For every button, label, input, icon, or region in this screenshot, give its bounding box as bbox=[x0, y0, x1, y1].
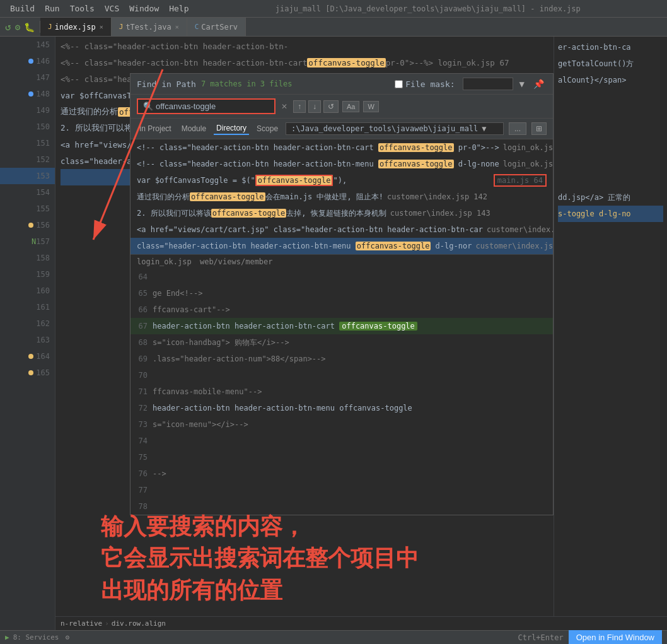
line-152: 152 bbox=[0, 151, 55, 168]
code-preview-line-75: 75 bbox=[130, 449, 553, 465]
preview-code-71: ffcanvas-mobile-menu"--> bbox=[153, 387, 262, 396]
preview-code-65: ge End<!--> bbox=[153, 289, 202, 298]
tab-label: tTest.java bbox=[125, 23, 171, 32]
code-preview-line-69: 69 .lass="header-action-num">88</span>--… bbox=[130, 351, 553, 367]
gear-settings-icon[interactable]: ⚙ bbox=[65, 633, 69, 641]
right-line-2: getTotalCount()方 bbox=[558, 56, 663, 72]
preview-linenum-73: 73 bbox=[130, 420, 153, 429]
menu-help[interactable]: Help bbox=[164, 3, 194, 15]
result-2-text: <!-- class="header-action-btn header-act… bbox=[137, 160, 499, 168]
file-mask-input[interactable] bbox=[463, 78, 513, 90]
line-145: 145 bbox=[0, 37, 55, 53]
preview-linenum-70: 70 bbox=[130, 371, 153, 380]
preview-code-67: header-action-btn header-action-btn-cart… bbox=[153, 322, 417, 331]
bg-line-146: <%-- class="header-action-btn header-act… bbox=[61, 54, 554, 71]
refresh-button[interactable]: ↺ bbox=[323, 100, 339, 113]
result-row-1[interactable]: <!-- class="header-action-btn header-act… bbox=[130, 139, 553, 156]
cartserv-icon: C bbox=[195, 23, 199, 31]
menubar: Build Run Tools VCS Window Help jiaju_ma… bbox=[0, 0, 667, 18]
tab-index-jsp[interactable]: J index.jsp ✕ bbox=[40, 18, 112, 37]
filter-icon[interactable]: ▼ bbox=[517, 78, 527, 90]
find-panel-header: Find in Path 7 matches in 3 files File m… bbox=[130, 74, 553, 95]
result-row-7[interactable]: class="header-action-btn header-action-b… bbox=[130, 238, 553, 254]
menu-build[interactable]: Build bbox=[5, 3, 40, 15]
line-161: 161 bbox=[0, 299, 55, 315]
right-line-4: dd.jsp</a> 正常的 bbox=[558, 189, 663, 206]
line-146: 146 bbox=[0, 53, 55, 69]
preview-linenum-69: 69 bbox=[130, 354, 153, 363]
result-row-4[interactable]: 通过我们的分析offcanvas-toggle会在main.js 中做处理, 阻… bbox=[130, 189, 553, 205]
breadcrumb-bar: n-relative › div.row.align bbox=[55, 616, 667, 630]
menu-window[interactable]: Window bbox=[124, 3, 164, 15]
menu-run[interactable]: Run bbox=[40, 3, 64, 15]
menu-tools[interactable]: Tools bbox=[65, 3, 100, 15]
code-preview-line-64: 64 bbox=[130, 269, 553, 285]
breadcrumb-sep: › bbox=[105, 619, 109, 628]
code-preview-line-66: 66 ffcanvas-cart"--> bbox=[130, 302, 553, 318]
line-151: 151 bbox=[0, 135, 55, 151]
line-159: 159 bbox=[0, 266, 55, 283]
preview-code-72: header-action-btn header-action-btn-menu… bbox=[153, 404, 412, 413]
scope-directory[interactable]: Directory bbox=[214, 122, 249, 135]
preview-linenum-76: 76 bbox=[130, 469, 153, 478]
open-find-window-button[interactable]: Open in Find Window bbox=[569, 630, 662, 644]
code-preview-line-70: 70 bbox=[130, 367, 553, 383]
scope-grid-button[interactable]: ⊞ bbox=[531, 122, 547, 135]
preview-linenum-64: 64 bbox=[130, 272, 153, 281]
tab-ttest-java[interactable]: J tTest.java ✕ bbox=[112, 18, 187, 37]
search-input[interactable] bbox=[156, 102, 269, 111]
whole-word-button[interactable]: W bbox=[363, 101, 378, 112]
search-icon: 🔍 bbox=[143, 102, 153, 111]
code-file-path: web/views/member bbox=[200, 257, 273, 266]
search-row: 🔍 ✕ ↑ ↓ ↺ Aa W bbox=[130, 95, 553, 119]
preview-code-76: --> bbox=[153, 469, 166, 478]
clear-search-button[interactable]: ✕ bbox=[279, 102, 289, 111]
result-row-6[interactable]: <a href="views/cart/cart.jsp" class="hea… bbox=[130, 221, 553, 238]
line-164: 164 bbox=[0, 348, 55, 365]
scope-module[interactable]: Module bbox=[179, 123, 209, 134]
result-7-text: class="header-action-btn header-action-b… bbox=[137, 242, 472, 250]
refresh-icon[interactable]: ↺ bbox=[5, 21, 11, 33]
case-sensitive-button[interactable]: Aa bbox=[342, 101, 359, 112]
file-mask-checkbox[interactable] bbox=[395, 80, 403, 88]
next-match-button[interactable]: ↓ bbox=[308, 100, 321, 113]
preview-code-68: s="icon-handbag"> 购物车</i>--> bbox=[153, 337, 289, 348]
file-mask-label: File mask: bbox=[405, 79, 455, 89]
find-in-path-panel: Find in Path 7 matches in 3 files File m… bbox=[130, 73, 554, 515]
code-preview-line-74: 74 bbox=[130, 433, 553, 449]
preview-linenum-71: 71 bbox=[130, 387, 153, 396]
bg-code-150: 2. 所以我们可以将该 bbox=[61, 123, 141, 134]
right-code-5: s-toggle d-lg-no bbox=[558, 209, 631, 218]
right-code-3: alCount}</span> bbox=[558, 76, 626, 85]
tab-cartserv[interactable]: C CartServ bbox=[187, 18, 246, 37]
scope-path-dropdown-icon[interactable]: ▼ bbox=[482, 124, 486, 133]
code-preview-line-78: 78 bbox=[130, 498, 553, 515]
scope-more-button[interactable]: ... bbox=[509, 122, 526, 135]
preview-code-73: s="icon-menu"></i>--> bbox=[153, 420, 248, 429]
code-preview-line-72: 72 header-action-btn header-action-btn-m… bbox=[130, 400, 553, 416]
menu-vcs[interactable]: VCS bbox=[100, 3, 124, 15]
jsp-icon: J bbox=[48, 23, 52, 31]
tab-close-icon[interactable]: ✕ bbox=[175, 23, 179, 30]
scope-in-project[interactable]: In Project bbox=[137, 123, 174, 134]
scope-scope[interactable]: Scope bbox=[254, 123, 281, 134]
tab-close-icon[interactable]: ✕ bbox=[100, 23, 103, 30]
bg-code-149: 通过我们的分析 bbox=[61, 107, 118, 117]
bg-line-145: <%-- class="header-action-btn header-act… bbox=[61, 38, 554, 54]
status-right: Ctrl+Enter Open in Find Window bbox=[518, 630, 662, 644]
result-1-file: login_ok.jsp 67 bbox=[503, 143, 553, 152]
preview-linenum-77: 77 bbox=[130, 486, 153, 495]
result-row-2[interactable]: <!-- class="header-action-btn header-act… bbox=[130, 156, 553, 172]
result-4-text: 通过我们的分析offcanvas-toggle会在main.js 中做处理, 阻… bbox=[137, 192, 383, 202]
code-preview-line-65: 65 ge End<!--> bbox=[130, 285, 553, 302]
result-row-5[interactable]: 2. 所以我们可以将该offcanvas-toggle去掉, 恢复超链接的本身机… bbox=[130, 205, 553, 221]
tabs-bar: ↺ ⚙ 🐛 J index.jsp ✕ J tTest.java ✕ C Car… bbox=[0, 18, 667, 37]
prev-match-button[interactable]: ↑ bbox=[293, 100, 306, 113]
result-6-text: <a href="views/cart/cart.jsp" class="hea… bbox=[137, 225, 483, 234]
pin-icon[interactable]: 📌 bbox=[531, 78, 547, 90]
result-row-3[interactable]: var $offCanvasToggle = $("offcanvas-togg… bbox=[130, 172, 553, 189]
debug-icon[interactable]: 🐛 bbox=[24, 22, 35, 32]
settings-icon[interactable]: ⚙ bbox=[15, 22, 20, 32]
result-3-file-box: main.js 64 bbox=[494, 176, 547, 185]
search-nav-buttons: ↑ ↓ ↺ bbox=[293, 100, 339, 113]
